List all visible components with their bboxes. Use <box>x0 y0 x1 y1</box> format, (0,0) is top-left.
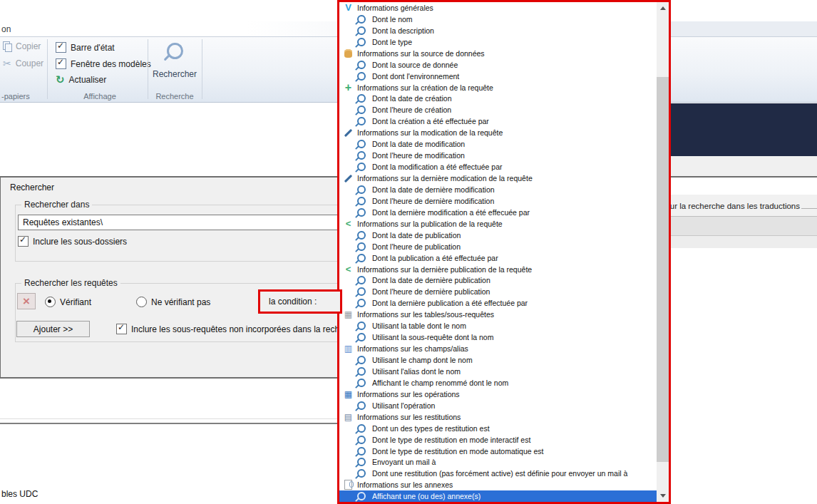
search-icon <box>358 469 369 478</box>
search-icon <box>358 299 369 307</box>
dropdown-item[interactable]: Dont la dernière publication a été effec… <box>339 297 657 309</box>
dropdown-item[interactable]: Affichant le champ renommé dont le nom <box>339 377 657 389</box>
refresh-button[interactable]: ↻ Actualiser <box>56 75 106 85</box>
dropdown-item-label: Dont un des types de restitution est <box>372 424 490 433</box>
dropdown-item-label: Informations sur les annexes <box>357 480 453 489</box>
dropdown-item[interactable]: Informations sur la source de données <box>339 48 657 59</box>
navy-header-bar <box>671 103 817 156</box>
dropdown-item[interactable]: Dont l'heure de dernière modification <box>339 195 657 207</box>
cut-button[interactable]: ✂ Couper <box>3 58 43 68</box>
dropdown-item-label: Informations sur la dernière publication… <box>357 265 532 274</box>
dropdown-item[interactable]: Dont la source de donnée <box>339 59 657 71</box>
dropdown-item[interactable]: Dont la dernière modification a été effe… <box>339 207 657 218</box>
dropdown-item-label: Dont la date de publication <box>372 231 461 240</box>
dropdown-item-label: Dont l'heure de dernière publication <box>372 287 490 296</box>
ribbon-tab-label[interactable]: on <box>1 24 11 34</box>
copy-button[interactable]: Copier <box>3 41 41 51</box>
dropdown-item[interactable]: Utilisant l'opération <box>339 400 657 411</box>
include-subfolders-checkbox[interactable]: ✓ Inclure les sous-dossiers <box>18 236 127 247</box>
dropdown-item[interactable]: Utilisant la sous-requête dont la nom <box>339 331 657 343</box>
scroll-up-button[interactable] <box>657 2 669 14</box>
dropdown-item[interactable]: ▦Informations sur les tables/sous-requêt… <box>339 309 657 320</box>
dropdown-item[interactable]: Informations sur la modication de la req… <box>339 127 657 138</box>
groupbox-edge-line <box>801 208 817 209</box>
scissors-icon: ✂ <box>3 58 11 68</box>
dropdown-item[interactable]: <Informations sur la publication de la r… <box>339 218 657 230</box>
dropdown-item-label: Envoyant un mail à <box>372 458 436 466</box>
dialog-title: Rechercher <box>10 182 54 192</box>
dropdown-item[interactable]: <Informations sur la dernière publicatio… <box>339 264 657 275</box>
dropdown-item[interactable]: Dont le type de restitution en mode auto… <box>339 446 657 457</box>
dropdown-item[interactable]: Dont la date de modification <box>339 138 657 150</box>
dropdown-item[interactable]: Dont la date de création <box>339 93 657 105</box>
dropdown-item[interactable]: +Informations sur la création de la requ… <box>339 82 657 93</box>
dropdown-item[interactable]: Dont le nom <box>339 14 657 25</box>
dropdown-item[interactable]: Dont l'heure de création <box>339 104 657 115</box>
condition-label[interactable]: la condition : <box>269 297 317 307</box>
dropdown-item-label: Informations sur la création de la requê… <box>357 83 493 92</box>
dropdown-item[interactable]: Utilisant le champ dont le nom <box>339 354 657 366</box>
delete-condition-button[interactable]: × <box>17 293 36 309</box>
dropdown-item[interactable]: VInformations générales <box>339 2 657 14</box>
dropdown-item[interactable]: Dont l'heure de modification <box>339 150 657 161</box>
right-band <box>671 156 817 176</box>
dropdown-item-label: Affichant une (ou des) annexe(s) <box>372 492 481 500</box>
search-icon <box>358 94 369 103</box>
ajouter-button[interactable]: Ajouter >> <box>16 321 90 337</box>
dropdown-item[interactable]: Utilisant la table dont le nom <box>339 320 657 331</box>
dropdown-item[interactable]: ▤Informations sur les restitutions <box>339 411 657 423</box>
right-band <box>671 236 817 248</box>
scroll-down-button[interactable] <box>657 490 669 502</box>
ne-verifiant-pas-radio[interactable]: Ne vérifiant pas <box>136 297 210 307</box>
condition-annotation-box: la condition : <box>258 289 342 314</box>
dropdown-item-label: Utilisant l'opération <box>372 401 435 410</box>
dropdown-item-label: Utilisant la table dont le nom <box>372 322 466 330</box>
operations-icon: ▦ <box>343 389 354 399</box>
dropdown-item[interactable]: Dont l'heure de publication <box>339 241 657 252</box>
dropdown-item[interactable]: Dont dont l'environnement <box>339 71 657 82</box>
dropdown-item[interactable]: ▦Informations sur les opérations <box>339 389 657 400</box>
dropdown-item-label: Utilisant le champ dont le nom <box>372 356 473 364</box>
dropdown-item[interactable]: Dont la date de dernière modification <box>339 184 657 195</box>
radio-icon <box>45 297 56 307</box>
udc-status-text: bles UDC <box>1 489 38 499</box>
verifiant-radio[interactable]: Vérifiant <box>45 297 91 307</box>
dropdown-item[interactable]: Informations sur la dernière modication … <box>339 173 657 184</box>
ne-verifiant-pas-label: Ne vérifiant pas <box>151 297 210 307</box>
dropdown-item[interactable]: Dont la modification a été effectuée par <box>339 161 657 173</box>
dropdown-item[interactable]: Dont un des types de restitution est <box>339 423 657 434</box>
radio-icon <box>136 297 147 307</box>
dropdown-item[interactable]: Dont la création a été effectuée par <box>339 115 657 127</box>
scrollbar-thumb[interactable] <box>657 77 669 462</box>
dropdown-item[interactable]: ▥Informations sur les champs/alias <box>339 343 657 354</box>
search-ribbon-button[interactable]: Rechercher <box>150 40 200 79</box>
dropdown-item[interactable]: Informations sur les annexes <box>339 479 657 490</box>
checkbox-icon: ✓ <box>116 324 127 334</box>
dropdown-item[interactable]: Dont le type <box>339 36 657 48</box>
dropdown-item[interactable]: Dont l'heure de dernière publication <box>339 286 657 297</box>
search-icon <box>167 43 183 59</box>
dropdown-item[interactable]: Dont la date de publication <box>339 230 657 241</box>
dropdown-item[interactable]: Dont une restitution (pas forcément acti… <box>339 468 657 479</box>
dropdown-item[interactable]: Dont la publication a été effectuée par <box>339 252 657 264</box>
ribbon-separator <box>202 39 202 99</box>
search-icon <box>358 424 369 433</box>
dropdown-item[interactable]: Dont la date de dernière publication <box>339 275 657 287</box>
dropdown-item[interactable]: Dont le type de restitution en mode inte… <box>339 434 657 446</box>
dropdown-item[interactable]: Utilisant l'alias dont le nom <box>339 366 657 377</box>
last-modification-icon <box>343 174 354 183</box>
models-window-checkbox[interactable]: ✓ Fenêtre des modèles <box>56 58 151 69</box>
search-icon <box>358 72 369 81</box>
include-subqueries-checkbox[interactable]: ✓ Inclure les sous-requêtes non incorpor… <box>116 324 361 334</box>
dropdown-item[interactable]: Affichant une (ou des) annexe(s) <box>339 490 657 502</box>
statusbar-checkbox[interactable]: ✓ Barre d'état <box>56 42 115 53</box>
refresh-label: Actualiser <box>69 75 107 85</box>
last-publication-icon: < <box>343 264 354 274</box>
search-icon <box>358 117 369 125</box>
search-icon <box>358 197 369 205</box>
search-icon <box>358 106 369 114</box>
cut-label: Couper <box>16 58 43 68</box>
dropdown-item[interactable]: Dont la description <box>339 25 657 36</box>
scrollbar[interactable] <box>657 2 669 502</box>
dropdown-item[interactable]: Envoyant un mail à <box>339 457 657 468</box>
